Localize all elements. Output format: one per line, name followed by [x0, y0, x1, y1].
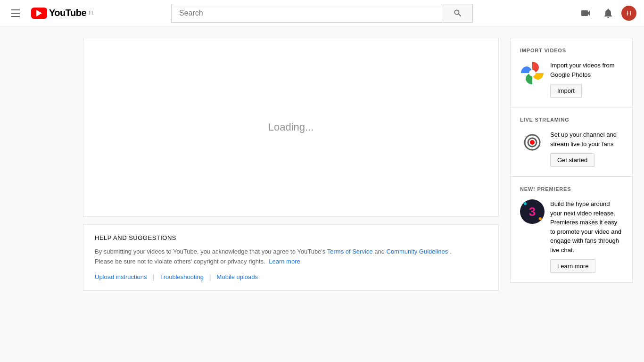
help-divider-2: |: [209, 273, 211, 281]
live-streaming-icon: [520, 130, 545, 155]
notifications-button[interactable]: [599, 4, 618, 23]
help-and-text: and: [374, 248, 386, 255]
help-text: By submitting your videos to YouTube, yo…: [95, 247, 487, 267]
live-streaming-card: LIVE STREAMING: [510, 107, 633, 176]
main-layout: Loading... HELP AND SUGGESTIONS By submi…: [0, 26, 644, 362]
youtube-logo-country: FI: [89, 10, 93, 16]
search-input[interactable]: [171, 4, 443, 23]
hamburger-button[interactable]: [8, 6, 24, 21]
import-videos-body: Import your videos from Google Photos Im…: [520, 61, 623, 98]
import-videos-info: Import your videos from Google Photos Im…: [550, 61, 623, 98]
help-box: HELP AND SUGGESTIONS By submitting your …: [83, 224, 499, 291]
bell-icon: [603, 8, 614, 19]
upload-box: Loading...: [83, 38, 499, 217]
import-videos-title: IMPORT VIDEOS: [520, 48, 623, 53]
get-started-button[interactable]: Get started: [550, 153, 594, 167]
svg-point-1: [530, 140, 535, 145]
premieres-icon-container: 3: [520, 199, 545, 224]
search-icon: [453, 8, 462, 18]
hamburger-line: [11, 16, 20, 17]
premieres-body: 3 Build the hype around your next video …: [520, 199, 623, 273]
live-streaming-body: Set up your channel and stream live to y…: [520, 130, 623, 167]
youtube-logo-text: YouTube: [49, 8, 86, 18]
premieres-icon: 3: [520, 199, 545, 224]
hamburger-line: [11, 9, 20, 10]
learn-more-button[interactable]: Learn more: [550, 259, 595, 273]
community-guidelines-link[interactable]: Community Guidelines: [387, 248, 448, 255]
search-container: [102, 4, 542, 23]
premieres-title: NEW! PREMIERES: [520, 186, 623, 192]
premieres-dot-bottom-right: [539, 217, 542, 220]
google-photos-icon: [520, 61, 545, 85]
search-button[interactable]: [443, 4, 473, 23]
upload-icon: [580, 8, 591, 19]
help-links: Upload instructions | Troubleshooting | …: [95, 273, 487, 281]
import-videos-text: Import your videos from Google Photos: [550, 61, 623, 79]
live-streaming-title: LIVE STREAMING: [520, 117, 623, 123]
content-area: Loading... HELP AND SUGGESTIONS By submi…: [83, 26, 644, 362]
svg-point-0: [529, 70, 536, 76]
right-panel: IMPORT VIDEOS: [510, 38, 633, 351]
help-title: HELP AND SUGGESTIONS: [95, 234, 487, 241]
troubleshooting-link[interactable]: Troubleshooting: [160, 273, 204, 281]
import-button[interactable]: Import: [550, 84, 582, 98]
avatar-button[interactable]: H: [621, 6, 636, 21]
help-period: .: [450, 248, 452, 255]
premieres-info: Build the hype around your next video re…: [550, 199, 623, 273]
upload-instructions-link[interactable]: Upload instructions: [95, 273, 147, 281]
youtube-logo-icon: [31, 8, 47, 19]
live-icon-svg: [520, 130, 545, 155]
hamburger-line: [11, 13, 20, 14]
header-right: H: [542, 4, 636, 23]
terms-of-service-link[interactable]: Terms of Service: [327, 248, 373, 255]
search-form: [171, 4, 473, 23]
learn-more-link[interactable]: Learn more: [269, 258, 300, 265]
premieres-text: Build the hype around your next video re…: [550, 199, 623, 255]
premieres-dot-top-left: [524, 202, 527, 205]
live-streaming-text: Set up your channel and stream live to y…: [550, 130, 623, 148]
premieres-number: 3: [529, 205, 536, 219]
loading-text: Loading...: [268, 121, 314, 133]
sidebar: [0, 26, 83, 362]
help-divider-1: |: [153, 273, 155, 281]
content-inner: Loading... HELP AND SUGGESTIONS By submi…: [83, 38, 633, 351]
youtube-logo[interactable]: YouTubeFI: [31, 8, 93, 19]
help-body-text: By submitting your videos to YouTube, yo…: [95, 248, 325, 255]
upload-section: Loading... HELP AND SUGGESTIONS By submi…: [83, 38, 499, 351]
header: YouTubeFI H: [0, 0, 644, 26]
import-videos-card: IMPORT VIDEOS: [510, 38, 633, 107]
pinwheel-svg: [520, 61, 545, 85]
upload-video-button[interactable]: [576, 4, 595, 23]
premieres-card: NEW! PREMIERES 3 Build the hype around y…: [510, 176, 633, 283]
header-left: YouTubeFI: [8, 6, 102, 21]
live-streaming-info: Set up your channel and stream live to y…: [550, 130, 623, 167]
mobile-uploads-link[interactable]: Mobile uploads: [217, 273, 258, 281]
help-privacy-text: Please be sure not to violate others' co…: [95, 258, 265, 265]
